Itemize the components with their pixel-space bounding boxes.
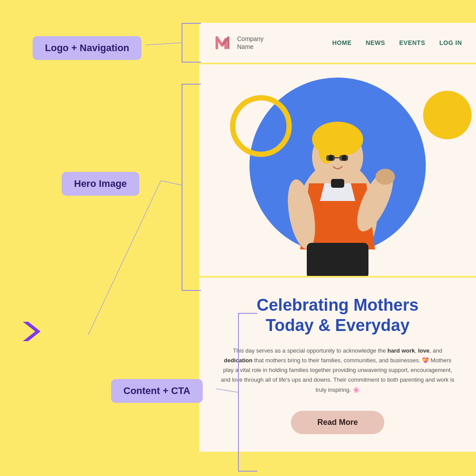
svg-rect-19	[339, 155, 348, 161]
svg-rect-11	[307, 243, 368, 276]
label-logo-navigation: Logo + Navigation	[33, 36, 141, 60]
nav-login[interactable]: LOG IN	[439, 39, 462, 46]
svg-marker-0	[23, 322, 41, 341]
svg-rect-15	[331, 179, 344, 188]
svg-rect-18	[326, 155, 335, 161]
nav-events[interactable]: EVENTS	[399, 39, 425, 46]
company-name-text: Company Name	[237, 35, 264, 51]
logo-icon	[213, 33, 233, 52]
svg-line-1	[145, 43, 182, 45]
bracket-hero	[182, 84, 201, 291]
hero-gold-circle-solid	[423, 91, 472, 139]
svg-line-3	[88, 181, 161, 335]
navbar: Company Name HOME NEWS EVENTS LOG IN	[199, 23, 476, 63]
label-content-cta: Content + CTA	[111, 379, 203, 403]
hero-figure	[263, 86, 413, 276]
nav-home[interactable]: HOME	[332, 39, 352, 46]
nav-news[interactable]: NEWS	[366, 39, 385, 46]
svg-point-10	[376, 169, 395, 185]
hero-section	[199, 64, 476, 276]
bracket-content	[238, 313, 257, 472]
label-hero-image: Hero Image	[62, 172, 139, 196]
bracket-navbar	[182, 23, 201, 63]
logo-area: Company Name	[213, 33, 264, 52]
chevron-arrow-icon	[20, 320, 43, 345]
read-more-button[interactable]: Read More	[291, 411, 384, 434]
svg-line-2	[161, 181, 182, 185]
nav-links: HOME NEWS EVENTS LOG IN	[332, 39, 462, 46]
